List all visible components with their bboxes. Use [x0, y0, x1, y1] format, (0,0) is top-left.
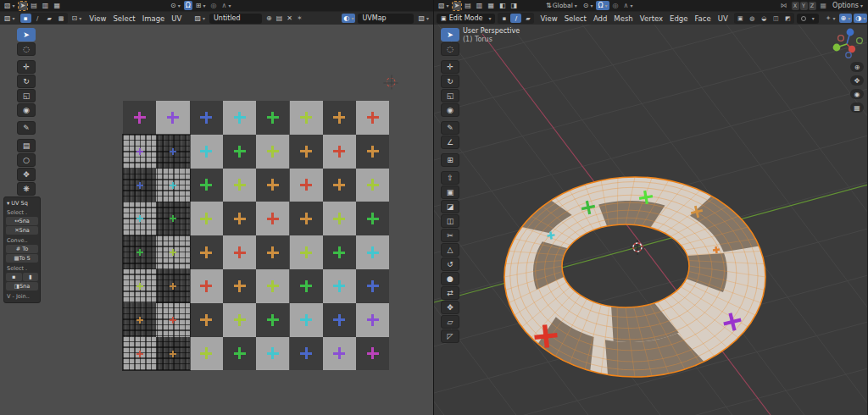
uv-select-face-icon[interactable]: ▰ [44, 14, 55, 23]
uv-canvas[interactable]: ➤◌✛↻◱◉✎▤○✥❋ ▾ UV Sq Select .↔Sna✕SnaConv… [0, 25, 433, 415]
pan-hand-icon[interactable]: ✥ [850, 75, 864, 86]
uv-select-edge-icon[interactable]: ∕ [32, 14, 43, 23]
transform-tool[interactable]: ◉ [441, 103, 459, 117]
tweak-option-icon[interactable]: ▤ [463, 1, 473, 10]
scale-tool[interactable]: ◱ [17, 89, 36, 102]
select-box-tool[interactable]: ➤ [441, 28, 459, 42]
snap-magnet-icon[interactable]: Ω [184, 1, 192, 10]
add-cube-tool[interactable]: ⊞ [441, 153, 459, 167]
cursor-tool[interactable]: ◌ [17, 42, 36, 56]
camera-view-icon[interactable]: ◉ [850, 89, 864, 99]
menu-view[interactable]: View [537, 14, 560, 23]
edge-slide-tool[interactable]: ⇄ [441, 286, 459, 300]
menu-select[interactable]: Select [109, 14, 138, 23]
mesh-auto-merge-icon[interactable]: ◒ [759, 14, 770, 23]
viewport-scene[interactable] [434, 25, 867, 415]
header-search-field[interactable]: ▾ [797, 14, 819, 24]
snap-grid-icon[interactable]: ▦ [819, 1, 829, 10]
panel-button[interactable]: ✕Sna [6, 226, 38, 235]
mirror-axis-y[interactable]: Y [800, 2, 808, 10]
uv-select-island-icon[interactable]: ▩ [56, 14, 67, 23]
mode-dropdown[interactable]: ▣ Edit Mode ▾ [437, 14, 495, 24]
rotate-tool[interactable]: ↻ [17, 75, 36, 88]
loop-cut-tool[interactable]: ◫ [441, 214, 459, 228]
shrink-fatten-tool[interactable]: ✥ [441, 301, 459, 314]
rotate-tool[interactable]: ↻ [441, 75, 459, 88]
transform-tool[interactable]: ◉ [17, 103, 36, 117]
editor-type-image-icon[interactable]: ▧▾ [3, 1, 17, 10]
uv-map-field[interactable]: UVMap [358, 14, 414, 24]
select-edge-mode-icon[interactable]: ∕ [510, 14, 521, 23]
image-options-icon[interactable]: ▧▾ [416, 14, 431, 23]
select-vertex-mode-icon[interactable]: ▪ [498, 14, 509, 23]
torus-mesh[interactable] [504, 177, 765, 377]
uv-sculpt-relax-tool[interactable]: ❋ [17, 182, 36, 196]
knife-tool[interactable]: ✂ [441, 229, 459, 242]
extrude-region-tool[interactable]: ⇧ [441, 171, 459, 185]
poly-build-tool[interactable]: △ [441, 243, 459, 257]
uv-2d-cursor[interactable] [387, 78, 396, 87]
uv-sculpt-grab-tool[interactable]: ✥ [17, 168, 36, 181]
mirror-butterfly-icon[interactable]: ⋈ [779, 1, 789, 10]
display-channels-icon[interactable]: ◐▾ [342, 14, 355, 23]
panel-button[interactable]: ▪ [6, 273, 22, 281]
proportional-connected-icon[interactable]: ◍ [747, 14, 758, 23]
options-dropdown[interactable]: Options▾ [831, 1, 865, 10]
toggle-ortho-icon[interactable]: ▦ [850, 102, 864, 113]
annotate-tool[interactable]: ✎ [441, 121, 459, 135]
uv-island-mesh[interactable] [123, 135, 190, 371]
menu-mesh[interactable]: Mesh [610, 14, 636, 23]
mesh-analysis-icon[interactable]: ◩ [782, 14, 793, 23]
select-face-mode-icon[interactable]: ▰ [522, 14, 533, 23]
menu-face[interactable]: Face [691, 14, 714, 23]
falloff-curve-icon[interactable]: ∧▾ [220, 1, 233, 10]
live-unwrap-icon[interactable]: ◫ [771, 14, 782, 23]
spin-tool[interactable]: ↺ [441, 257, 459, 271]
inset-faces-tool[interactable]: ▣ [441, 185, 459, 199]
uv-sculpt-circle-tool[interactable]: ○ [17, 153, 36, 167]
snap-preset-icon[interactable]: ▥ [41, 1, 51, 10]
tweak-option-icon[interactable]: ◧ [498, 1, 508, 10]
pivot-point-icon[interactable]: ⊙▾ [581, 1, 595, 10]
new-image-icon[interactable]: ⊕ [264, 14, 274, 23]
gizmo-dropdown-icon[interactable]: ⊕▾ [839, 14, 853, 23]
editor-type-uv-icon[interactable]: ▧▾ [3, 14, 17, 23]
pivot-point-icon[interactable]: ⊙▾ [169, 1, 182, 10]
uv-squares-panel-title[interactable]: ▾ UV Sq [7, 200, 38, 207]
proportional-editing-icon[interactable]: ◎ [611, 1, 620, 10]
panel-button[interactable]: # To [6, 245, 38, 253]
menu-edge[interactable]: Edge [666, 14, 691, 23]
annotate-tool[interactable]: ✎ [17, 121, 36, 135]
xray-toggle-icon[interactable]: ▣ [735, 14, 746, 23]
move-tool[interactable]: ✛ [17, 60, 36, 74]
active-tool-select-icon[interactable]: ➤ [453, 2, 462, 10]
menu-uv[interactable]: UV [715, 14, 732, 23]
smooth-tool[interactable]: ● [441, 272, 459, 285]
pin-icon[interactable]: ✶ [295, 14, 304, 23]
bevel-tool[interactable]: ◪ [441, 200, 459, 213]
menu-select[interactable]: Select [561, 14, 590, 23]
pivot-preset-icon[interactable]: ▤ [29, 1, 39, 10]
select-box-tool[interactable]: ➤ [17, 28, 36, 42]
panel-button[interactable]: ▦To S [6, 254, 38, 263]
editor-type-3d-icon[interactable]: ▧▾ [437, 1, 451, 10]
transform-orientation-icon[interactable]: ⇅Global▾ [544, 1, 579, 10]
mirror-axis-x[interactable]: X [792, 2, 799, 10]
tweak-option-icon[interactable]: ▦ [486, 1, 496, 10]
overlays-dropdown-icon[interactable]: ◑▾ [854, 14, 867, 23]
unlink-image-icon[interactable]: ✕ [285, 14, 294, 23]
scale-tool[interactable]: ◱ [441, 89, 459, 102]
open-image-icon[interactable]: ▤ [275, 14, 285, 23]
uv-sculpt-box-tool[interactable]: ▤ [17, 139, 36, 152]
viewport-canvas[interactable]: ➤◌✛↻◱◉✎∠⊞⇧▣◪◫✂△↺●⇄✥▱◸ User Perspective (… [434, 25, 867, 415]
navigation-gizmo[interactable] [830, 26, 865, 60]
menu-view[interactable]: View [86, 14, 109, 23]
overlay-preset-icon[interactable]: ▦ [52, 1, 62, 10]
sticky-selection-icon[interactable]: ⊡▾ [70, 14, 84, 23]
mirror-axis-z[interactable]: Z [809, 2, 816, 10]
falloff-curve-icon[interactable]: ∧▾ [622, 1, 635, 10]
zoom-icon[interactable]: ⊕ [850, 62, 864, 72]
rip-region-tool[interactable]: ◸ [441, 329, 459, 343]
active-tool-select-icon[interactable]: ➤ [19, 2, 28, 10]
snap-target-icon[interactable]: ⊞▾ [194, 1, 208, 10]
